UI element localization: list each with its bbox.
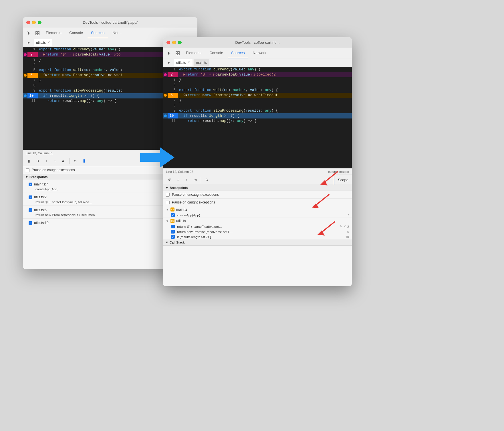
pause-uncaught-checkbox-2[interactable] — [166, 193, 170, 197]
layers-icon[interactable] — [34, 29, 41, 37]
svg-rect-6 — [178, 52, 179, 53]
step-into-btn-2[interactable]: ↓ — [174, 176, 181, 183]
svg-rect-7 — [176, 54, 177, 55]
close-button-1[interactable] — [26, 21, 30, 24]
titlebar-1: DevTools - coffee-cart.netlify.app/ — [23, 17, 197, 28]
tab-console-2[interactable]: Console — [206, 48, 227, 58]
bp-file-name-utils10-1: utils.ts:10 — [34, 221, 49, 225]
pause-exception-checkbox-1[interactable] — [26, 168, 29, 172]
pause-resume-btn-1[interactable]: ⏸ — [26, 158, 33, 165]
blue-arrow — [140, 146, 174, 169]
file-tab-close-utils-2[interactable]: ✕ — [188, 61, 190, 64]
cursor-position-2: Line 12, Column 22 — [166, 170, 193, 173]
tab-console-1[interactable]: Console — [66, 28, 86, 38]
bp-num-return1-2: 2 — [347, 225, 349, 228]
bp-checkbox-return1-2[interactable]: ✓ — [171, 225, 175, 228]
svg-line-11 — [315, 195, 329, 206]
svg-line-13 — [320, 222, 335, 233]
debug-btns-2: ↺ ↓ ↑ ⏭ ⊘ — [163, 176, 334, 183]
bp-checkbox-if-2[interactable]: ✓ — [171, 235, 175, 239]
red-arrow-3 — [312, 219, 338, 238]
file-tab-name-utils-2: utils.ts — [176, 61, 186, 65]
step-out-btn-2[interactable]: ↑ — [183, 176, 190, 183]
code-line-2-2: 2 ►return '$' + ▷parseFloat(value).▷toFi… — [163, 72, 352, 77]
bp-section-utils-name-2: utils.ts — [176, 219, 186, 223]
bp-entry-main-createapp-2: ✓ createApp(App) 7 — [163, 213, 352, 218]
file-icon-utils-2: TS — [170, 219, 174, 223]
edit-icon-return1-2[interactable]: ✎ — [340, 225, 342, 228]
pause-play-btn-1[interactable]: ⏸ — [80, 158, 87, 165]
tab-network-2[interactable]: Network — [249, 48, 270, 58]
code-editor-2[interactable]: 1 export function currency(value: any) {… — [163, 67, 352, 168]
bp-file-name-utils6-1: utils.ts:6 — [34, 208, 47, 212]
tab-elements-1[interactable]: Elements — [42, 28, 65, 38]
code-line-2-11: 11 return results.map((r: any) => { — [163, 118, 352, 124]
svg-marker-4 — [140, 147, 174, 167]
file-tab-main-2[interactable]: main.ts — [194, 59, 209, 66]
file-tab-name-main-2: main.ts — [196, 61, 207, 65]
toolbar-sep-1 — [69, 158, 70, 164]
code-line-2-10: 10 if (results.length >= 7) { — [163, 113, 352, 118]
cursor-icon-2[interactable] — [165, 50, 173, 57]
tab-sources-2[interactable]: Sources — [228, 48, 248, 58]
bp-section-main-name-2: main.ts — [176, 207, 187, 211]
bp-checkbox-utils10-1[interactable]: ✓ — [29, 221, 32, 225]
code-line-2-4: 4 — [163, 82, 352, 88]
code-line-2-5: 5 export function wait(ms: number, value… — [163, 88, 352, 93]
bp-num-promise-2: 6 — [347, 230, 349, 234]
layers-icon-2[interactable] — [174, 50, 181, 57]
svg-rect-1 — [38, 31, 39, 33]
red-arrow-1 — [315, 169, 340, 189]
bp-checkbox-main-1[interactable]: ✓ — [29, 183, 32, 186]
pause-exception-label-1: Pause on caught exceptions — [32, 168, 75, 172]
minimize-button-1[interactable] — [32, 21, 36, 24]
tab-network-1[interactable]: Net... — [109, 28, 125, 38]
devtools-window-2: DevTools - coffee-cart.ne... Elements Co… — [163, 37, 352, 286]
file-tab-utils-2[interactable]: utils.ts ✕ — [174, 59, 193, 66]
bp-checkbox-createapp-2[interactable]: ✓ — [171, 213, 175, 217]
deactivate-btn-2[interactable]: ⊘ — [203, 176, 210, 183]
play-icon-1[interactable]: ▶ — [25, 39, 33, 46]
titlebar-2: DevTools - coffee-cart.ne... — [163, 37, 352, 48]
triangle-down-icon-2: ▼ — [165, 186, 168, 189]
callstack-label-2: Call Stack — [170, 241, 185, 244]
file-tab-utils-1[interactable]: utils.ts ✕ — [34, 39, 52, 46]
file-tab-close-1[interactable]: ✕ — [47, 41, 50, 44]
step-over-btn-1[interactable]: ↺ — [34, 158, 41, 165]
tab-elements-2[interactable]: Elements — [182, 48, 205, 58]
step-out-btn-1[interactable]: ↑ — [51, 158, 58, 165]
delete-icon-return1-2[interactable]: ✕ — [344, 225, 346, 228]
deactivate-btn-1[interactable]: ⊘ — [72, 158, 79, 165]
callstack-header-2[interactable]: ▼ Call Stack — [163, 240, 352, 246]
continue-btn-2[interactable]: ⏭ — [192, 176, 199, 183]
svg-rect-2 — [36, 33, 37, 35]
bp-file-name-main-1: main.ts:7 — [34, 182, 48, 186]
cursor-position-1: Line 13, Column 31 — [26, 151, 53, 155]
maximize-button-1[interactable] — [38, 21, 41, 24]
bp-checkbox-promise-2[interactable]: ✓ — [171, 230, 175, 234]
pause-uncaught-label-2: Pause on uncaught exceptions — [172, 193, 219, 197]
traffic-lights-2 — [166, 41, 182, 44]
tab-sources-1[interactable]: Sources — [88, 28, 108, 38]
bp-num-if-2: 10 — [346, 235, 349, 239]
close-button-2[interactable] — [166, 41, 170, 44]
bp-num-createapp-2: 7 — [347, 213, 349, 217]
code-line-2-9: 9 export function slowProcessing(results… — [163, 108, 352, 113]
cursor-icon[interactable] — [25, 29, 33, 37]
maximize-button-2[interactable] — [178, 41, 182, 44]
step-into-btn-1[interactable]: ↓ — [43, 158, 50, 165]
bp-text-createapp-2: createApp(App) — [177, 213, 200, 217]
play-icon-2[interactable]: ▶ — [165, 59, 173, 66]
file-tabs-2: ▶ utils.ts ✕ main.ts — [163, 58, 352, 67]
continue-btn-1[interactable]: ⏭ — [60, 158, 67, 165]
minimize-button-2[interactable] — [172, 41, 176, 44]
code-line-2-1: 1 export function currency(value: any) { — [163, 67, 352, 72]
window-title-2: DevTools - coffee-cart.ne... — [235, 40, 279, 45]
bp-file-name-utils2-1: utils.ts:2 — [34, 195, 47, 199]
pause-caught-checkbox-2[interactable] — [166, 201, 170, 204]
bp-checkbox-utils2-1[interactable]: ✓ — [29, 195, 32, 199]
step-back-btn-2[interactable]: ↺ — [166, 176, 173, 183]
triangle-callstack-icon-2: ▼ — [165, 241, 168, 244]
bp-checkbox-utils6-1[interactable]: ✓ — [29, 208, 32, 212]
triangle-main-icon-2: ▼ — [166, 208, 169, 211]
